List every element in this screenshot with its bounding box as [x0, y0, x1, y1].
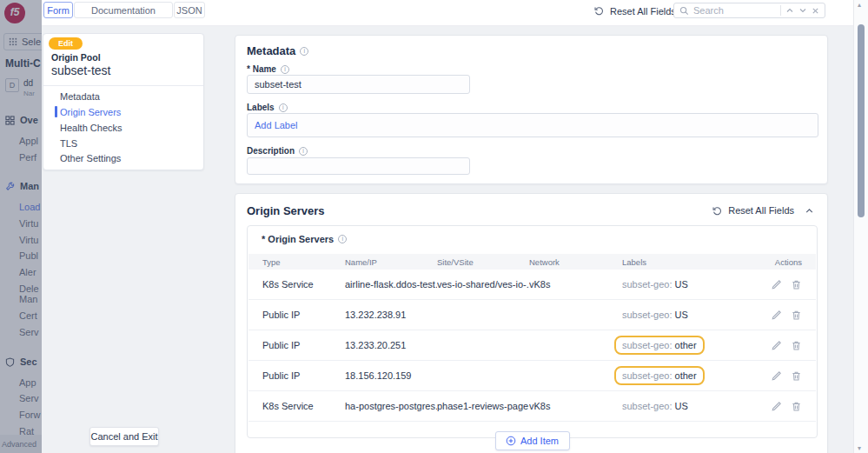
origin-servers-card: Origin Servers Reset All Fields * Origin…: [235, 193, 828, 453]
col-actions: Actions: [754, 257, 816, 267]
info-icon[interactable]: [338, 235, 347, 243]
col-name-ip: Name/IP: [345, 257, 437, 267]
origin-servers-field-label: * Origin Servers: [262, 234, 334, 244]
divider: [43, 85, 203, 86]
description-field-label: Description: [247, 146, 295, 156]
info-icon[interactable]: [281, 65, 289, 74]
page-scrollbar[interactable]: [853, 0, 868, 453]
col-type: Type: [262, 257, 345, 267]
reset-icon: [593, 5, 605, 17]
object-name: subset-test: [51, 63, 110, 77]
scrollbar-thumb[interactable]: [858, 24, 865, 217]
table-row: Public IP 18.156.120.159 subset-geo: oth…: [248, 361, 816, 391]
metadata-title: Metadata: [247, 44, 295, 57]
labels-field-label: Labels: [247, 103, 275, 112]
search-input[interactable]: Search: [673, 3, 825, 18]
form-nav-tls[interactable]: TLS: [60, 137, 77, 150]
tab-json[interactable]: JSON: [174, 2, 205, 18]
form-nav-health-checks[interactable]: Health Checks: [60, 122, 123, 134]
divider: [780, 5, 781, 16]
modal-dim-overlay: [0, 0, 42, 453]
table-row: K8s Service airline-flask.ddos-test... v…: [248, 270, 816, 300]
metadata-card: Metadata * Name Labels Description: [235, 35, 828, 184]
col-network: Network: [529, 257, 622, 267]
panel-topbar: Form Documentation JSON Reset All Fields…: [42, 0, 853, 26]
name-field[interactable]: [247, 75, 470, 94]
add-item-label: Add Item: [520, 436, 559, 446]
tab-form[interactable]: Form: [43, 2, 73, 18]
labels-field[interactable]: [247, 113, 818, 137]
app-screen: f5 Sele Multi-C D dd Nar Ove Appl Perf M…: [0, 0, 868, 453]
add-item-button[interactable]: Add Item: [495, 431, 570, 450]
edit-pencil-icon[interactable]: [771, 310, 782, 321]
close-icon[interactable]: [812, 7, 819, 15]
delete-trash-icon[interactable]: [791, 310, 802, 321]
cancel-and-exit-button[interactable]: Cancel and Exit: [89, 427, 159, 446]
origin-servers-fieldset: * Origin Servers Type Name/IP Site/VSite…: [247, 225, 818, 438]
col-site-vsite: Site/VSite: [437, 257, 529, 267]
search-placeholder: Search: [693, 5, 776, 16]
active-nav-indicator: [55, 106, 57, 117]
delete-trash-icon[interactable]: [791, 401, 802, 412]
info-icon[interactable]: [279, 103, 288, 112]
highlighted-label-chip: subset-geo: other: [614, 366, 705, 385]
table-row: Public IP 13.233.20.251 subset-geo: othe…: [248, 330, 816, 361]
delete-trash-icon[interactable]: [791, 279, 802, 290]
reset-all-fields-button[interactable]: Reset All Fields: [712, 205, 794, 217]
info-icon[interactable]: [300, 47, 308, 56]
highlighted-label-chip: subset-geo: other: [614, 336, 705, 355]
form-nav-origin-servers[interactable]: Origin Servers: [60, 106, 121, 118]
form-nav-card: Edit Origin Pool subset-test Metadata Or…: [43, 33, 204, 170]
form-nav-other-settings[interactable]: Other Settings: [60, 152, 121, 164]
edit-pencil-icon[interactable]: [771, 340, 782, 351]
edit-pencil-icon[interactable]: [771, 370, 782, 382]
edit-badge: Edit: [49, 37, 83, 50]
search-icon: [679, 6, 689, 16]
edit-pencil-icon[interactable]: [771, 279, 782, 290]
tab-documentation[interactable]: Documentation: [74, 2, 173, 18]
table-row: K8s Service ha-postgres-postgres... phas…: [248, 391, 816, 422]
table-row: Public IP 13.232.238.91 subset-geo: US: [248, 300, 816, 330]
reset-icon: [712, 205, 723, 217]
reset-all-fields-button[interactable]: Reset All Fields: [593, 5, 676, 17]
plus-circle-icon: [506, 436, 516, 446]
table-header: Type Name/IP Site/VSite Network Labels A…: [248, 254, 816, 270]
info-icon[interactable]: [299, 147, 308, 156]
description-field[interactable]: [247, 157, 470, 175]
edit-pencil-icon[interactable]: [771, 401, 782, 412]
reset-all-fields-label: Reset All Fields: [610, 6, 676, 17]
col-labels: Labels: [622, 257, 754, 267]
delete-trash-icon[interactable]: [791, 340, 802, 351]
origin-servers-title: Origin Servers: [247, 204, 325, 217]
collapse-chevron-up-icon[interactable]: [805, 206, 814, 216]
delete-trash-icon[interactable]: [791, 370, 802, 382]
form-nav-metadata[interactable]: Metadata: [60, 90, 100, 103]
object-kind-label: Origin Pool: [51, 52, 101, 63]
reset-all-fields-label: Reset All Fields: [728, 205, 794, 216]
chevron-up-icon[interactable]: [785, 6, 794, 15]
name-field-label: * Name: [247, 64, 276, 74]
chevron-down-icon[interactable]: [798, 6, 807, 15]
